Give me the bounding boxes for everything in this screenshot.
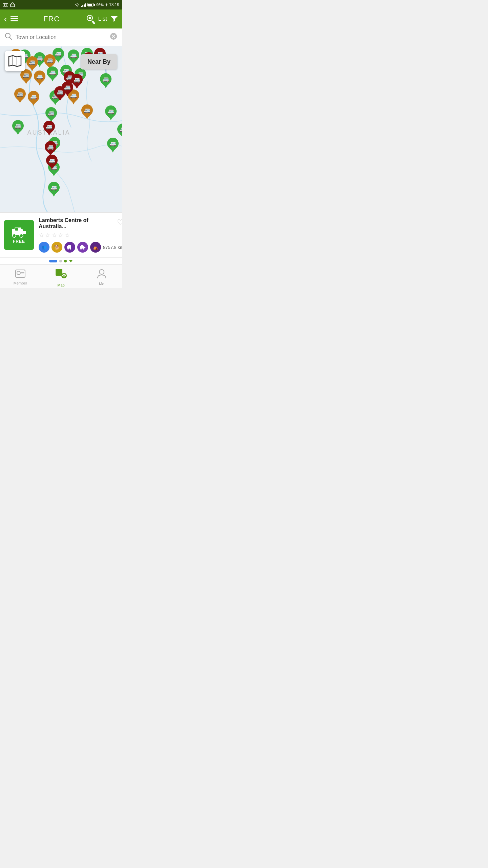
search-clear-button[interactable] xyxy=(110,33,117,42)
svg-point-34 xyxy=(17,271,20,275)
amenity-rv xyxy=(64,242,75,253)
clock-time: 13:19 xyxy=(109,2,119,7)
charging-icon xyxy=(105,3,108,7)
signal-bars xyxy=(81,3,86,7)
map-pin[interactable]: 🚐 xyxy=(20,69,32,84)
svg-rect-24 xyxy=(23,231,26,234)
star-3: ☆ xyxy=(52,232,57,239)
pagination xyxy=(0,257,122,264)
nav-bar-right: List xyxy=(85,14,118,24)
nearby-button[interactable]: Near By xyxy=(81,54,117,70)
card-info: Lamberts Centre of Australia... ♡ ☆ ☆ ☆ … xyxy=(39,217,122,253)
page-dot-2 xyxy=(59,260,62,262)
nav-me-label: Me xyxy=(99,282,104,286)
page-dot-1 xyxy=(49,260,57,262)
svg-point-30 xyxy=(80,248,82,250)
map-pin[interactable]: 🚐 xyxy=(45,141,56,156)
back-button[interactable]: ‹ xyxy=(4,14,7,24)
page-dot-3 xyxy=(64,260,67,262)
svg-rect-21 xyxy=(15,228,18,231)
map-container[interactable]: AUSTRALIA Near By 🚐 🚐 🚐 🚐 🚐 🚐 🚐 xyxy=(0,46,122,212)
nav-bar: ‹ FRC List xyxy=(0,9,122,28)
search-icon xyxy=(5,33,12,42)
screenshot-icon xyxy=(3,3,8,7)
bag-icon xyxy=(10,2,15,7)
svg-point-31 xyxy=(83,248,84,250)
amenity-tent: ⛺ xyxy=(90,242,101,253)
member-icon xyxy=(15,270,25,280)
star-5: ☆ xyxy=(64,232,70,239)
svg-rect-32 xyxy=(84,247,85,248)
svg-line-12 xyxy=(9,37,12,39)
app-title: FRC xyxy=(43,15,60,23)
card-stars: ☆ ☆ ☆ ☆ ☆ xyxy=(39,232,122,239)
map-pin[interactable]: 🚐 xyxy=(45,107,57,122)
map-pin[interactable]: 🚐 xyxy=(46,155,58,170)
svg-rect-2 xyxy=(11,4,15,7)
battery-indicator xyxy=(87,3,95,6)
card-type-icon[interactable]: FREE xyxy=(4,220,34,250)
nav-bar-left: ‹ xyxy=(4,14,18,24)
map-pin[interactable]: 🚐 xyxy=(12,120,24,135)
wifi-icon xyxy=(75,3,80,7)
svg-point-22 xyxy=(13,234,16,237)
star-4: ☆ xyxy=(58,232,63,239)
me-icon xyxy=(97,269,106,280)
svg-point-28 xyxy=(70,248,71,250)
filter-icon[interactable] xyxy=(110,16,118,22)
map-toggle-button[interactable] xyxy=(5,51,25,71)
status-bar-left xyxy=(3,2,15,7)
nav-me[interactable]: Me xyxy=(81,266,122,286)
map-pin[interactable]: 🚐 xyxy=(81,104,93,119)
map-pin[interactable]: 🚐 xyxy=(48,182,60,197)
svg-rect-37 xyxy=(56,269,62,276)
bottom-nav: Member Map Me xyxy=(0,264,122,288)
rv-icon xyxy=(11,226,27,238)
search-input[interactable] xyxy=(16,34,106,40)
map-pin[interactable]: 🚐 xyxy=(107,138,119,153)
map-pin[interactable]: 🚐 xyxy=(100,73,111,88)
nav-member[interactable]: Member xyxy=(0,267,41,285)
map-pin[interactable]: 🚐 xyxy=(105,105,117,120)
favorite-button[interactable]: ♡ xyxy=(117,218,122,227)
svg-point-7 xyxy=(88,17,91,19)
svg-rect-4 xyxy=(11,18,18,19)
search-bar xyxy=(0,28,122,46)
map-pin[interactable]: 🚐 xyxy=(43,121,55,136)
svg-point-27 xyxy=(67,248,69,250)
svg-point-40 xyxy=(99,270,104,274)
card-distance: 8757.8 km xyxy=(103,245,122,250)
svg-rect-3 xyxy=(11,16,18,17)
svg-rect-5 xyxy=(11,20,18,21)
svg-point-23 xyxy=(20,234,23,237)
map-pin[interactable]: 🚐 xyxy=(14,88,26,103)
status-bar: 96% 13:19 xyxy=(0,0,122,9)
star-1: ☆ xyxy=(39,232,44,239)
page-indicator xyxy=(69,260,73,262)
svg-rect-26 xyxy=(68,245,71,247)
nav-member-label: Member xyxy=(14,281,27,285)
map-pin[interactable]: 🚐 xyxy=(62,81,73,96)
map-pin[interactable]: 🚐 xyxy=(47,66,58,81)
svg-point-39 xyxy=(63,275,65,277)
list-button[interactable]: List xyxy=(98,16,107,22)
amenity-people: 👥 xyxy=(39,242,49,253)
battery-percentage: 96% xyxy=(96,3,104,7)
amenity-camper xyxy=(77,242,88,253)
map-nav-icon xyxy=(55,268,67,282)
map-pin[interactable]: 🚐 xyxy=(34,71,45,85)
status-bar-right: 96% 13:19 xyxy=(75,2,119,7)
map-pin[interactable]: 🚐 xyxy=(68,50,79,64)
menu-button[interactable] xyxy=(11,15,18,23)
star-2: ☆ xyxy=(45,232,50,239)
map-pin[interactable]: 🚐 xyxy=(28,91,39,106)
card-title: Lamberts Centre of Australia... xyxy=(39,217,117,230)
svg-point-1 xyxy=(4,4,6,6)
nav-map[interactable]: Map xyxy=(41,265,81,287)
map-pin[interactable]: 🚐 xyxy=(117,123,122,138)
nav-map-label: Map xyxy=(57,283,64,287)
card-amenities: 👥 🐕 ⛺ 8757.8 km xyxy=(39,242,122,253)
amenity-dog: 🐕 xyxy=(52,242,62,253)
add-location-icon[interactable] xyxy=(85,14,95,24)
free-badge: FREE xyxy=(13,239,25,244)
